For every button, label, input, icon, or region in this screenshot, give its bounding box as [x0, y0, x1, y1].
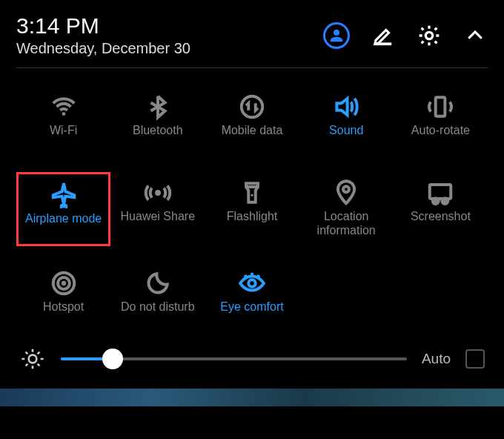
svg-point-13: [248, 280, 256, 287]
wifi-icon: [50, 93, 78, 121]
tile-sound[interactable]: Sound: [299, 86, 394, 156]
svg-point-4: [155, 190, 161, 196]
edit-icon: [372, 24, 394, 47]
svg-point-1: [62, 112, 65, 116]
tile-airplane-mode[interactable]: Airplane mode: [16, 172, 110, 246]
mobile-data-icon: [238, 93, 266, 121]
tile-screenshot[interactable]: Screenshot: [394, 172, 488, 246]
wallpaper-strip: [0, 389, 504, 406]
tile-label: Eye comfort: [220, 300, 283, 328]
tile-label: Wi-Fi: [50, 123, 77, 151]
tile-auto-rotate[interactable]: Auto-rotate: [394, 86, 488, 156]
user-avatar[interactable]: [323, 22, 350, 49]
eye-comfort-icon: [238, 269, 266, 297]
tile-dnd[interactable]: Do not disturb: [110, 263, 205, 332]
datetime-block[interactable]: 3:14 PM Wednesday, December 30: [16, 13, 190, 57]
tile-huawei-share[interactable]: Huawei Share: [110, 172, 205, 246]
tile-label: Location information: [301, 209, 392, 237]
quick-tiles-grid: Wi-Fi Bluetooth Mobile data: [16, 68, 488, 332]
svg-point-2: [242, 96, 263, 118]
tile-hotspot[interactable]: Hotspot: [16, 263, 110, 332]
flashlight-icon: [238, 179, 266, 207]
svg-point-0: [425, 32, 432, 39]
svg-rect-3: [436, 97, 445, 116]
location-icon: [332, 179, 360, 207]
hotspot-icon: [50, 269, 78, 297]
huawei-share-icon: [144, 179, 172, 207]
tile-wifi[interactable]: Wi-Fi: [16, 86, 110, 156]
clock-time: 3:14 PM: [16, 13, 190, 39]
avatar-icon: [328, 27, 345, 44]
svg-point-6: [343, 186, 349, 192]
tile-label: Auto-rotate: [411, 123, 470, 151]
tile-label: Sound: [329, 123, 363, 151]
sound-icon: [332, 93, 360, 121]
brightness-auto-label: Auto: [422, 351, 451, 367]
tile-mobile-data[interactable]: Mobile data: [205, 86, 299, 156]
tile-label: Do not disturb: [121, 300, 195, 328]
brightness-icon: [19, 346, 46, 372]
settings-button[interactable]: [417, 23, 442, 48]
tile-label: Huawei Share: [121, 209, 196, 237]
tile-flashlight[interactable]: Flashlight: [205, 172, 299, 246]
bluetooth-icon: [144, 93, 172, 121]
tile-label: Airplane mode: [25, 211, 102, 240]
brightness-slider[interactable]: [61, 357, 407, 360]
tile-eye-comfort[interactable]: Eye comfort: [205, 263, 299, 332]
quick-settings-panel: 3:14 PM Wednesday, December 30: [0, 0, 504, 387]
edit-button[interactable]: [371, 23, 396, 48]
header-actions: [323, 13, 488, 49]
clock-date: Wednesday, December 30: [16, 40, 190, 57]
svg-rect-7: [430, 185, 451, 199]
airplane-icon: [50, 181, 78, 209]
svg-point-5: [251, 194, 253, 197]
do-not-disturb-icon: [144, 269, 172, 297]
tile-location[interactable]: Location information: [299, 172, 394, 246]
tile-label: Flashlight: [227, 209, 277, 237]
gear-icon: [417, 24, 441, 47]
brightness-slider-thumb[interactable]: [102, 349, 123, 369]
chevron-up-icon: [464, 24, 486, 47]
tile-label: Mobile data: [222, 123, 283, 151]
status-header: 3:14 PM Wednesday, December 30: [16, 13, 488, 68]
svg-point-14: [29, 355, 37, 363]
tile-label: Hotspot: [43, 300, 84, 328]
screenshot-icon: [426, 179, 454, 207]
tile-label: Screenshot: [411, 209, 471, 237]
auto-rotate-icon: [426, 93, 454, 121]
tile-bluetooth[interactable]: Bluetooth: [110, 86, 205, 156]
collapse-button[interactable]: [462, 23, 488, 48]
tile-label: Bluetooth: [133, 123, 183, 151]
brightness-row: Auto: [16, 332, 488, 387]
brightness-auto-checkbox[interactable]: [465, 349, 485, 369]
svg-point-10: [61, 281, 65, 285]
